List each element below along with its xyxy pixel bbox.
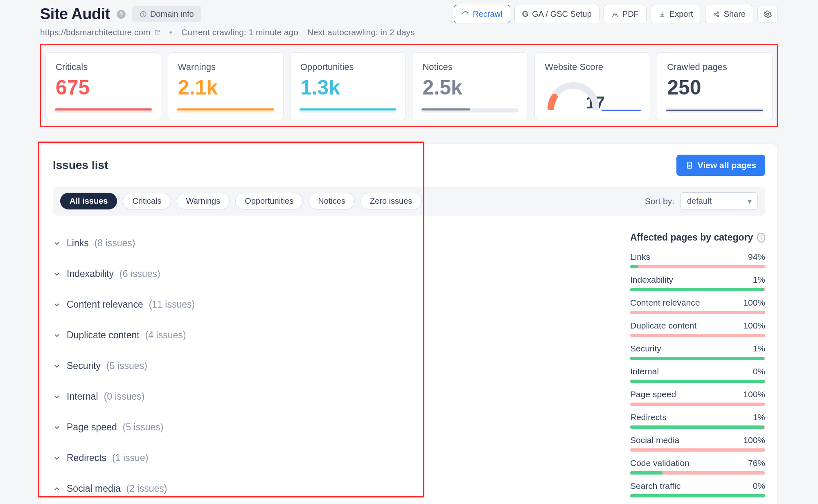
issue-row[interactable]: Redirects (1 issue) — [53, 443, 610, 473]
affected-item-label: Indexability — [630, 275, 673, 285]
issue-count: (1 issue) — [112, 452, 148, 464]
issue-count: (4 issues) — [145, 330, 186, 341]
card-crawled-pages[interactable]: Crawled pages 250 — [657, 52, 773, 120]
issue-row[interactable]: Social media (2 issues) — [53, 473, 610, 504]
affected-item-label: Search traffic — [630, 481, 681, 491]
score-gauge — [545, 77, 602, 110]
share-button[interactable]: Share — [705, 5, 753, 23]
export-button[interactable]: Export — [651, 5, 701, 23]
affected-item-bar — [630, 494, 765, 497]
affected-item: Security1% — [630, 344, 765, 360]
ga-gsc-setup-button[interactable]: G GA / GSC Setup — [514, 5, 599, 23]
recrawl-button[interactable]: Recrawl — [454, 5, 510, 23]
summary-cards-highlight: Criticals 675 Warnings 2.1k Opportunitie… — [40, 44, 778, 127]
card-opportunities-value: 1.3k — [300, 77, 396, 98]
affected-item-value: 100% — [743, 389, 765, 399]
card-warnings-value: 2.1k — [178, 77, 273, 98]
pdf-label: PDF — [622, 9, 639, 19]
affected-item: Page speed100% — [630, 389, 765, 406]
svg-point-2 — [143, 13, 144, 14]
issue-count: (2 issues) — [126, 483, 167, 494]
issue-name: Social media — [67, 483, 121, 494]
issue-row[interactable]: Page speed (5 issues) — [53, 412, 610, 443]
pdf-icon — [611, 11, 619, 18]
affected-item: Links94% — [630, 252, 765, 268]
issue-name: Redirects — [67, 452, 106, 464]
pdf-button[interactable]: PDF — [604, 5, 647, 23]
help-icon[interactable]: ? — [117, 10, 126, 19]
share-label: Share — [724, 9, 746, 19]
affected-item-bar — [630, 265, 765, 268]
card-criticals[interactable]: Criticals 675 — [45, 52, 161, 120]
affected-item-label: Links — [630, 252, 650, 262]
ga-gsc-label: GA / GSC Setup — [532, 9, 592, 19]
page-title: Site Audit — [40, 5, 110, 23]
chevron-down-icon — [53, 239, 61, 248]
card-crawled-value: 250 — [667, 77, 762, 98]
filter-chip-opportunities[interactable]: Opportunities — [235, 193, 303, 209]
recrawl-label: Recrawl — [473, 9, 502, 19]
info-icon — [140, 11, 147, 18]
filter-chip-zero[interactable]: Zero issues — [361, 193, 421, 209]
view-all-pages-button[interactable]: View all pages — [676, 155, 765, 176]
card-warnings[interactable]: Warnings 2.1k — [168, 52, 284, 120]
affected-item-value: 94% — [748, 252, 765, 262]
card-crawled-label: Crawled pages — [667, 62, 762, 72]
domain-info-button[interactable]: Domain info — [132, 6, 201, 22]
affected-item-label: Social media — [630, 435, 679, 445]
card-criticals-label: Criticals — [56, 62, 151, 72]
view-pages-label: View all pages — [698, 160, 756, 170]
affected-item-value: 0% — [753, 367, 765, 376]
info-icon[interactable]: i — [757, 233, 765, 243]
filter-chip-all[interactable]: All issues — [60, 193, 117, 209]
issue-row[interactable]: Security (5 issues) — [53, 351, 610, 381]
filter-chip-warnings[interactable]: Warnings — [177, 193, 230, 209]
issue-count: (0 issues) — [104, 391, 145, 402]
svg-line-7 — [715, 14, 717, 16]
affected-item-label: Code validation — [630, 458, 690, 468]
site-url-link[interactable]: https://bdsmarchitecture.com — [40, 27, 160, 37]
affected-item-bar — [630, 380, 765, 383]
issue-row[interactable]: Content relevance (11 issues) — [53, 289, 610, 320]
issue-row[interactable]: Duplicate content (4 issues) — [53, 320, 610, 351]
affected-item-value: 1% — [753, 412, 765, 422]
card-website-score[interactable]: Website Score 17 — [534, 52, 650, 120]
card-opportunities-label: Opportunities — [300, 62, 396, 72]
document-icon — [685, 161, 694, 169]
card-score-label: Website Score — [545, 62, 640, 72]
issue-name: Page speed — [67, 422, 117, 433]
filter-chip-notices[interactable]: Notices — [309, 193, 355, 209]
affected-item: Code validation76% — [630, 458, 765, 475]
settings-button[interactable] — [757, 6, 778, 23]
card-criticals-value: 675 — [56, 77, 151, 98]
issue-row[interactable]: Indexability (6 issues) — [53, 259, 610, 289]
affected-item-bar — [630, 334, 765, 337]
issue-name: Content relevance — [67, 299, 143, 310]
affected-item-label: Content relevance — [630, 298, 700, 308]
affected-item-value: 76% — [748, 458, 765, 468]
card-notices[interactable]: Notices 2.5k — [412, 52, 528, 120]
affected-item: Redirects1% — [630, 412, 765, 429]
issues-list: Links (8 issues)Indexability (6 issues)C… — [53, 228, 610, 504]
affected-item-bar — [630, 288, 765, 291]
svg-line-6 — [715, 13, 717, 14]
issue-row[interactable]: Links (8 issues) — [53, 228, 610, 259]
affected-item-bar — [630, 471, 765, 475]
affected-item: Social media100% — [630, 435, 765, 452]
chevron-up-icon — [53, 485, 61, 493]
external-link-icon — [154, 29, 160, 36]
affected-item-value: 1% — [753, 275, 765, 285]
card-opportunities[interactable]: Opportunities 1.3k — [290, 52, 406, 120]
issue-count: (11 issues) — [149, 299, 195, 310]
issue-row[interactable]: Internal (0 issues) — [53, 381, 610, 412]
chevron-down-icon — [53, 270, 61, 278]
sort-select[interactable]: default ▾ — [680, 192, 758, 210]
sort-select-value: default — [687, 196, 712, 205]
issue-count: (8 issues) — [95, 238, 135, 249]
affected-item-bar — [630, 448, 765, 452]
card-warnings-label: Warnings — [178, 62, 273, 72]
issue-name: Links — [67, 238, 89, 249]
issue-name: Security — [67, 360, 101, 371]
issues-panel: Issues list View all pages All issues Cr… — [40, 144, 778, 504]
filter-chip-criticals[interactable]: Criticals — [123, 193, 171, 209]
